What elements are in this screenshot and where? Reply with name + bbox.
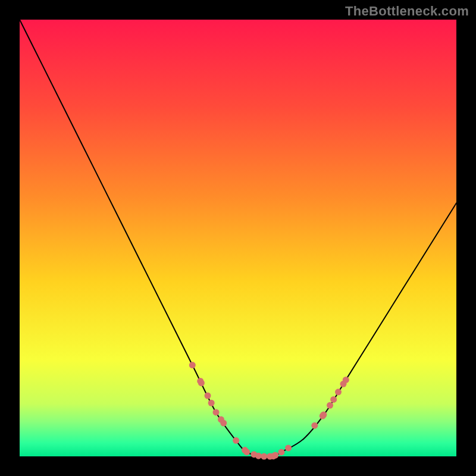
curve-dot	[278, 449, 284, 455]
curve-dot	[311, 422, 318, 429]
curve-dot	[343, 377, 349, 383]
bottleneck-curve-path	[20, 20, 456, 457]
curve-dot	[330, 396, 337, 403]
chart-frame: TheBottleneck.com	[0, 0, 476, 476]
curve-dot	[205, 393, 211, 399]
watermark-text: TheBottleneck.com	[345, 4, 469, 19]
curve-dot	[198, 380, 205, 386]
curve-layer	[20, 20, 456, 456]
curve-dot	[327, 402, 333, 409]
curve-dot	[208, 400, 215, 406]
curve-dot	[212, 409, 219, 415]
curve-dot	[233, 437, 239, 444]
plot-area	[20, 20, 456, 456]
curve-dot	[261, 453, 267, 460]
curve-dot	[220, 420, 227, 427]
curve-dots-left-cluster	[189, 362, 227, 426]
curve-dots-right-cluster	[311, 377, 349, 429]
curve-dot	[255, 453, 262, 459]
curve-dot	[272, 452, 278, 458]
curve-dot	[285, 444, 292, 451]
curve-dot	[189, 362, 196, 368]
curve-dot	[320, 412, 327, 418]
curve-dot	[243, 449, 250, 455]
curve-dot	[335, 389, 342, 395]
